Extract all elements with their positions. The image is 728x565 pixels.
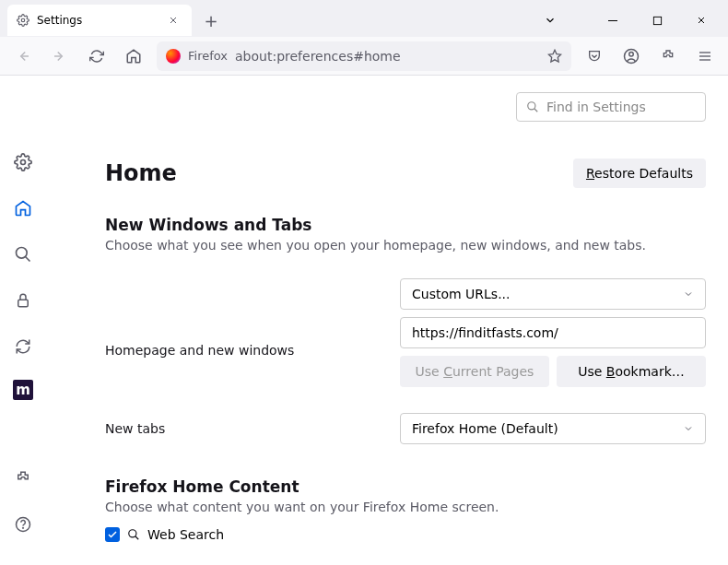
svg-rect-1 — [608, 20, 617, 21]
sidebar-item-search[interactable] — [10, 241, 36, 267]
minimize-button[interactable] — [593, 6, 632, 35]
homepage-label: Homepage and new windows — [105, 308, 400, 358]
search-settings-input[interactable]: Find in Settings — [516, 92, 706, 122]
url-bar[interactable]: Firefox about:preferences#home — [157, 41, 571, 71]
search-placeholder: Find in Settings — [546, 100, 646, 114]
sidebar-item-home[interactable] — [10, 195, 36, 221]
pocket-icon[interactable] — [581, 42, 608, 70]
svg-point-12 — [17, 248, 28, 259]
extensions-icon[interactable] — [654, 42, 682, 70]
close-window-button[interactable] — [682, 6, 721, 35]
sidebar-item-extensions[interactable] — [10, 465, 36, 491]
gear-icon — [17, 14, 29, 27]
svg-point-19 — [129, 530, 136, 537]
select-value: Firefox Home (Default) — [412, 421, 558, 436]
homepage-url-input[interactable] — [400, 317, 706, 348]
new-tab-button[interactable]: + — [197, 6, 225, 34]
maximize-button[interactable] — [638, 6, 676, 35]
use-bookmark-button[interactable]: Use Bookmark… — [557, 356, 706, 387]
svg-point-0 — [21, 18, 25, 22]
section-new-windows-title: New Windows and Tabs — [105, 216, 706, 234]
svg-point-11 — [21, 160, 26, 165]
sidebar: m — [0, 76, 46, 565]
tab-title: Settings — [37, 14, 82, 27]
web-search-label: Web Search — [147, 527, 224, 542]
home-button[interactable] — [120, 42, 147, 70]
sidebar-item-sync[interactable] — [10, 334, 36, 359]
svg-line-20 — [135, 536, 139, 540]
reload-button[interactable] — [83, 42, 111, 70]
svg-rect-14 — [18, 300, 29, 307]
firefox-logo-icon — [166, 49, 181, 64]
chevron-down-icon — [683, 423, 694, 434]
web-search-checkbox[interactable] — [105, 527, 120, 542]
use-current-pages-button[interactable]: Use Current Pages — [400, 356, 549, 387]
section-home-content-title: Firefox Home Content — [105, 477, 706, 496]
newtabs-select[interactable]: Firefox Home (Default) — [400, 413, 706, 444]
svg-point-17 — [528, 102, 535, 110]
search-icon — [526, 100, 539, 113]
bookmark-star-icon[interactable] — [547, 49, 562, 64]
toolbar: Firefox about:preferences#home — [0, 37, 728, 76]
account-icon[interactable] — [617, 42, 645, 70]
close-icon[interactable] — [164, 11, 182, 29]
svg-point-16 — [23, 527, 24, 528]
section-home-content-desc: Choose what content you want on your Fir… — [105, 500, 706, 514]
page-title: Home — [105, 160, 177, 186]
url-label: Firefox — [188, 49, 228, 63]
forward-button[interactable] — [46, 42, 74, 70]
svg-line-13 — [26, 257, 30, 262]
select-value: Custom URLs... — [412, 287, 511, 301]
svg-marker-5 — [548, 50, 560, 62]
svg-point-7 — [629, 52, 634, 56]
chevron-down-icon — [683, 288, 694, 300]
menu-icon[interactable] — [691, 42, 719, 70]
homepage-mode-select[interactable]: Custom URLs... — [400, 278, 706, 310]
svg-rect-2 — [653, 17, 661, 24]
tab-bar: Settings + — [0, 0, 728, 37]
sidebar-item-help[interactable] — [10, 512, 36, 537]
sidebar-item-general[interactable] — [10, 149, 36, 175]
sidebar-item-privacy[interactable] — [10, 288, 36, 313]
back-button[interactable] — [9, 42, 37, 70]
section-new-windows-desc: Choose what you see when you open your h… — [105, 238, 706, 253]
svg-line-18 — [534, 109, 538, 112]
url-text: about:preferences#home — [235, 49, 401, 64]
newtabs-label: New tabs — [105, 421, 400, 436]
search-icon — [127, 528, 140, 541]
content-wrap: m Find in Settings Home Restore Defaults… — [0, 76, 728, 565]
tabs-dropdown-button[interactable] — [531, 6, 569, 35]
browser-tab-settings[interactable]: Settings — [7, 5, 192, 36]
sidebar-item-more-from-mozilla[interactable]: m — [13, 380, 33, 400]
main-panel: Find in Settings Home Restore Defaults N… — [46, 76, 728, 565]
restore-defaults-button[interactable]: Restore Defaults — [573, 159, 706, 188]
